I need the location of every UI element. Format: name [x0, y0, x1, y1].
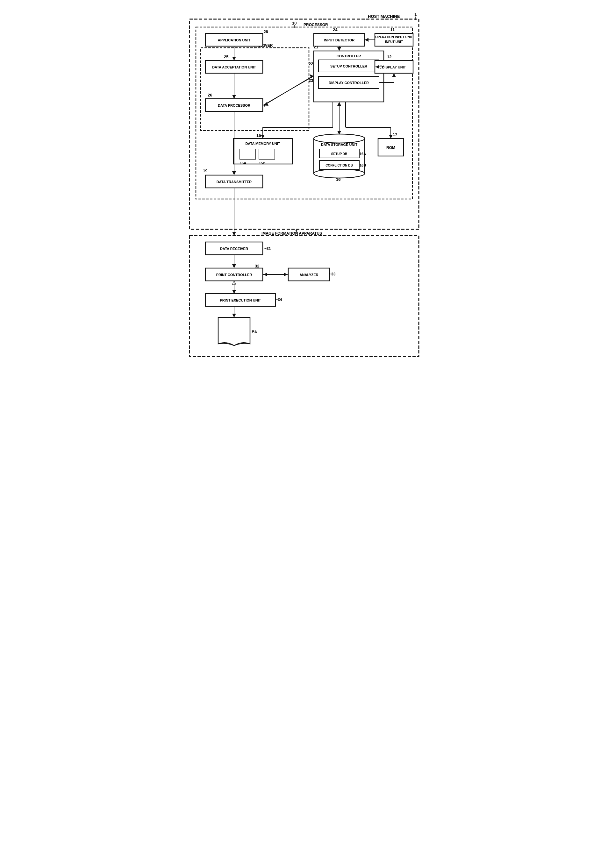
host-machine-label: HOST MACHINE — [368, 14, 400, 19]
ref-31: ~31 — [264, 246, 271, 251]
svg-text:INPUT UNIT: INPUT UNIT — [385, 40, 403, 43]
ref-22: 22 — [309, 62, 313, 66]
data-processor-label: DATA PROCESSOR — [218, 104, 250, 107]
svg-marker-24 — [337, 47, 341, 51]
svg-marker-57 — [232, 171, 236, 175]
ref-16a: 16A — [360, 152, 366, 156]
svg-rect-0 — [189, 19, 419, 229]
data-storage-label: DATA STORAGE UNIT — [321, 143, 357, 146]
application-unit-label: APPLICATION UNIT — [217, 38, 250, 42]
svg-marker-47 — [261, 135, 265, 138]
diagram-container: 1 HOST MACHINE 10 PROCESSOR 20 DRIVER AP… — [180, 6, 428, 363]
rom-label: ROM — [386, 146, 395, 150]
svg-marker-13 — [232, 95, 236, 99]
svg-marker-76 — [232, 314, 236, 318]
svg-marker-32 — [392, 73, 396, 77]
data-receiver-label: DATA RECEIVER — [220, 247, 248, 251]
ref-16: 16 — [336, 177, 340, 182]
ref-15a: 15A — [240, 161, 246, 165]
ref-24: 24 — [333, 27, 338, 32]
svg-line-77 — [264, 76, 313, 105]
svg-marker-10 — [232, 57, 236, 60]
ref-26: 26 — [208, 93, 212, 98]
svg-marker-50 — [337, 102, 341, 106]
ref-28: 28 — [264, 29, 268, 34]
data-acceptation-label: DATA ACCEPTATION UNIT — [212, 65, 256, 69]
ref-25: 25 — [224, 54, 228, 59]
svg-rect-36 — [240, 149, 256, 159]
svg-rect-37 — [259, 149, 275, 159]
setup-controller-label: SETUP CONTROLLER — [330, 64, 367, 68]
ref-12: 12 — [387, 54, 391, 59]
print-execution-label: PRINT EXECUTION UNIT — [220, 298, 261, 302]
ref-16b: 16B — [360, 163, 366, 167]
analyzer-label: ANALYZER — [299, 273, 318, 277]
ref-32: 32 — [255, 264, 259, 268]
svg-marker-68 — [264, 273, 267, 276]
ref-1: 1 — [414, 12, 417, 17]
system-diagram: 1 HOST MACHINE 10 PROCESSOR 20 DRIVER AP… — [180, 6, 428, 363]
image-formation-label: IMAGE FORMATION APPARATUS — [262, 231, 322, 236]
display-unit-label: DISPLAY UNIT — [382, 65, 406, 69]
svg-point-40 — [314, 169, 364, 178]
ref-33: ~33 — [329, 272, 336, 276]
pa-label: Pa — [251, 329, 257, 334]
ref-34: ~34 — [276, 298, 282, 302]
print-controller-label: PRINT CONTROLLER — [216, 273, 251, 277]
data-transmitter-label: DATA TRANSMITTER — [216, 180, 251, 184]
svg-marker-64 — [232, 264, 236, 268]
svg-point-39 — [314, 134, 364, 143]
ref-17: 17 — [393, 132, 397, 137]
ref-15b: 15B — [259, 161, 265, 165]
ref-10: 10 — [292, 21, 296, 25]
ref-19: 19 — [203, 169, 207, 173]
ref-11: 11 — [390, 27, 395, 32]
svg-marker-69 — [284, 273, 288, 276]
ref-15: 15 — [256, 133, 261, 138]
svg-marker-61 — [232, 232, 236, 236]
processor-label: PROCESSOR — [304, 23, 328, 27]
controller-label: CONTROLLER — [336, 54, 361, 58]
svg-marker-21 — [364, 38, 369, 42]
operation-input-label: OPERATION INPUT UNIT — [375, 35, 413, 39]
svg-marker-54 — [389, 135, 393, 138]
setup-db-label: SETUP DB — [331, 152, 347, 156]
input-detector-label: INPUT DETECTOR — [324, 38, 354, 42]
display-controller-label: DISPLAY CONTROLLER — [329, 81, 369, 85]
svg-marker-74 — [232, 290, 236, 294]
data-memory-label: DATA MEMORY UNIT — [245, 142, 280, 146]
confliction-db-label: CONFLICTION DB — [326, 164, 353, 167]
